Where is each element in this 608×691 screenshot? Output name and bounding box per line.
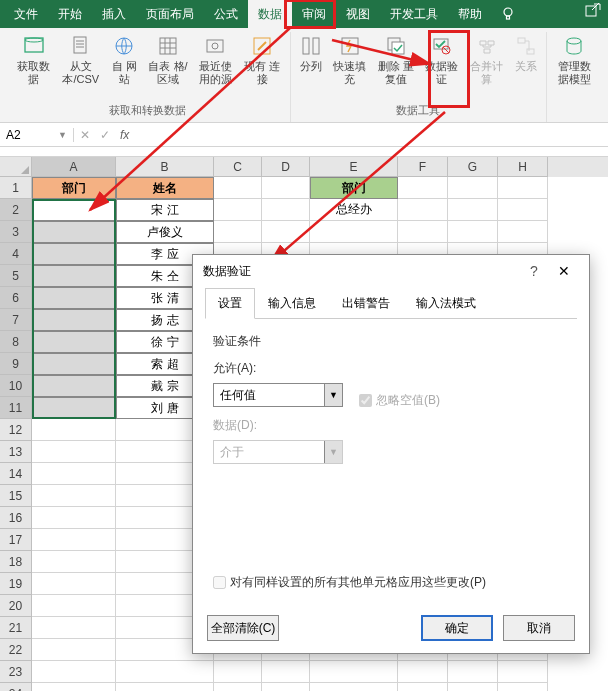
cell[interactable] (448, 177, 498, 199)
menu-layout[interactable]: 页面布局 (136, 0, 204, 28)
tell-me-icon[interactable] (500, 6, 516, 22)
cell[interactable] (498, 683, 548, 691)
cell[interactable] (498, 177, 548, 199)
menu-formula[interactable]: 公式 (204, 0, 248, 28)
tab-ime-mode[interactable]: 输入法模式 (403, 288, 489, 319)
from-web-button[interactable]: 自 网站 (104, 32, 144, 101)
col-header-g[interactable]: G (448, 157, 498, 177)
fx-icon[interactable]: fx (120, 128, 129, 142)
cell[interactable] (32, 419, 116, 441)
row-header[interactable]: 17 (0, 529, 32, 551)
existing-conn-button[interactable]: 现有 连接 (239, 32, 286, 101)
row-header[interactable]: 12 (0, 419, 32, 441)
col-header-h[interactable]: H (498, 157, 548, 177)
cell[interactable] (32, 529, 116, 551)
cell[interactable] (214, 221, 262, 243)
cell[interactable] (32, 617, 116, 639)
flash-fill-button[interactable]: 快速填充 (327, 32, 373, 101)
cell[interactable] (262, 683, 310, 691)
row-header[interactable]: 15 (0, 485, 32, 507)
cell[interactable] (116, 683, 214, 691)
cell[interactable] (448, 683, 498, 691)
data-validation-button[interactable]: 数据验 证 (418, 32, 464, 101)
dialog-titlebar[interactable]: 数据验证 ? ✕ (193, 255, 589, 287)
dialog-help-button[interactable]: ? (519, 263, 549, 279)
dialog-close-button[interactable]: ✕ (549, 263, 579, 279)
share-icon[interactable] (584, 2, 602, 20)
cell[interactable] (32, 265, 116, 287)
cell[interactable] (398, 221, 448, 243)
cell[interactable] (498, 199, 548, 221)
col-header-c[interactable]: C (214, 157, 262, 177)
cell[interactable] (32, 199, 116, 221)
col-header-b[interactable]: B (116, 157, 214, 177)
cell[interactable] (32, 353, 116, 375)
cell[interactable] (398, 177, 448, 199)
cell[interactable] (32, 661, 116, 683)
menu-file[interactable]: 文件 (4, 0, 48, 28)
row-header[interactable]: 18 (0, 551, 32, 573)
from-csv-button[interactable]: 从文 本/CSV (57, 32, 104, 101)
cell[interactable] (214, 199, 262, 221)
consolidate-button[interactable]: 合并计算 (464, 32, 510, 101)
cell[interactable]: 总经办 (310, 199, 398, 221)
cell[interactable] (448, 661, 498, 683)
cell[interactable] (214, 177, 262, 199)
cell[interactable] (32, 463, 116, 485)
menu-insert[interactable]: 插入 (92, 0, 136, 28)
menu-devtools[interactable]: 开发工具 (380, 0, 448, 28)
cell[interactable] (262, 199, 310, 221)
cell[interactable] (32, 551, 116, 573)
cell[interactable] (32, 221, 116, 243)
row-header[interactable]: 20 (0, 595, 32, 617)
row-header[interactable]: 2 (0, 199, 32, 221)
row-header[interactable]: 10 (0, 375, 32, 397)
menu-review[interactable]: 审阅 (292, 0, 336, 28)
row-header[interactable]: 23 (0, 661, 32, 683)
cell[interactable]: 部门 (32, 177, 116, 199)
cell[interactable] (32, 441, 116, 463)
col-header-e[interactable]: E (310, 157, 398, 177)
cell[interactable] (262, 661, 310, 683)
cell[interactable] (32, 243, 116, 265)
row-header[interactable]: 21 (0, 617, 32, 639)
col-header-f[interactable]: F (398, 157, 448, 177)
row-header[interactable]: 9 (0, 353, 32, 375)
cell[interactable] (498, 221, 548, 243)
clear-all-button[interactable]: 全部清除(C) (207, 615, 279, 641)
cell[interactable] (498, 661, 548, 683)
cell[interactable] (32, 309, 116, 331)
name-box[interactable]: A2▼ (0, 128, 74, 142)
cell[interactable] (398, 683, 448, 691)
tab-input-msg[interactable]: 输入信息 (255, 288, 329, 319)
menu-data[interactable]: 数据 (248, 0, 292, 28)
select-all-corner[interactable] (0, 157, 32, 177)
cell[interactable] (32, 485, 116, 507)
row-header[interactable]: 13 (0, 441, 32, 463)
tab-error-alert[interactable]: 出错警告 (329, 288, 403, 319)
cell[interactable] (262, 177, 310, 199)
cell[interactable] (32, 287, 116, 309)
col-header-d[interactable]: D (262, 157, 310, 177)
col-header-a[interactable]: A (32, 157, 116, 177)
cell[interactable]: 姓名 (116, 177, 214, 199)
row-header[interactable]: 14 (0, 463, 32, 485)
row-header[interactable]: 22 (0, 639, 32, 661)
tab-settings[interactable]: 设置 (205, 288, 255, 319)
row-header[interactable]: 24 (0, 683, 32, 691)
cancel-button[interactable]: 取消 (503, 615, 575, 641)
row-header[interactable]: 1 (0, 177, 32, 199)
cell[interactable] (398, 661, 448, 683)
row-header[interactable]: 8 (0, 331, 32, 353)
cell[interactable] (398, 199, 448, 221)
remove-duplicates-button[interactable]: 删除 重复值 (373, 32, 419, 101)
cell[interactable] (32, 573, 116, 595)
cell[interactable] (32, 375, 116, 397)
row-header[interactable]: 4 (0, 243, 32, 265)
chevron-down-icon[interactable]: ▼ (58, 130, 67, 140)
menu-home[interactable]: 开始 (48, 0, 92, 28)
cell[interactable] (448, 221, 498, 243)
cell[interactable] (32, 595, 116, 617)
row-header[interactable]: 11 (0, 397, 32, 419)
row-header[interactable]: 19 (0, 573, 32, 595)
